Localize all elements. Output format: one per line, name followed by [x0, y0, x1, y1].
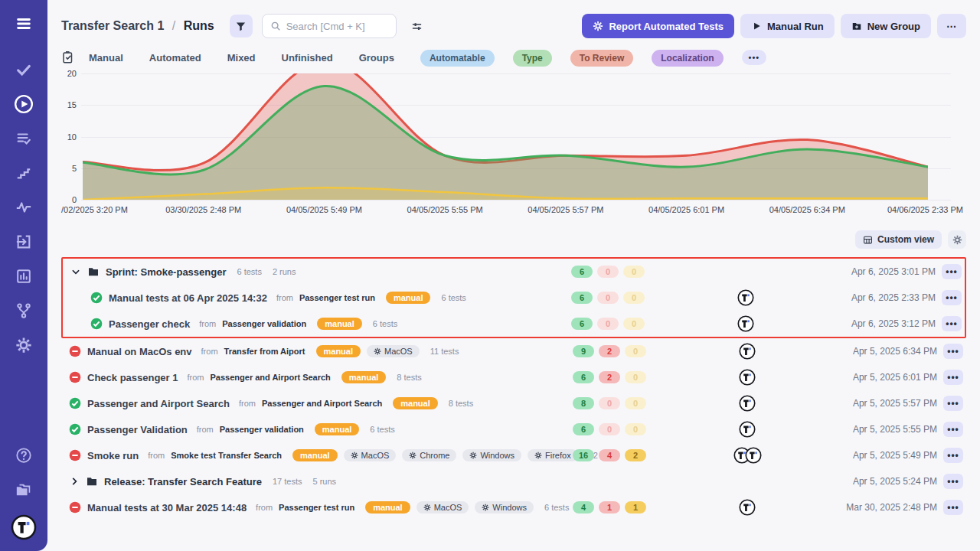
run-source: Transfer from Aiport	[224, 347, 305, 356]
y-axis-tick: 5	[61, 164, 77, 173]
table-row[interactable]: Passenger ValidationfromPassenger valida…	[61, 416, 966, 442]
test-cases-icon[interactable]	[14, 60, 34, 80]
workspace-logo[interactable]	[11, 514, 37, 540]
row-more-button[interactable]: •••	[943, 474, 963, 489]
assignee-avatars	[649, 369, 845, 386]
manual-run-button[interactable]: Manual Run	[740, 14, 835, 38]
tab-groups[interactable]: Groups	[359, 52, 394, 64]
search-box[interactable]	[262, 14, 397, 38]
row-more-button[interactable]: •••	[942, 264, 962, 279]
row-more-button[interactable]: •••	[942, 316, 962, 331]
badge-failed: 0	[599, 423, 620, 435]
badge-skipped: 0	[625, 423, 646, 435]
assignee-avatars	[648, 289, 844, 306]
user-avatar	[737, 289, 754, 306]
row-more-button[interactable]: •••	[942, 290, 962, 305]
milestones-icon[interactable]	[14, 163, 34, 183]
area-chart-canvas	[83, 73, 928, 200]
tab-unfinished[interactable]: Unfinished	[282, 52, 333, 64]
table-row[interactable]: Manual tests at 30 Mar 2025 14:48fromPas…	[61, 494, 966, 520]
table-row[interactable]: Check passenger 1fromPassenger and Airpo…	[61, 364, 966, 390]
report-automated-tests-button[interactable]: Report Automated Tests	[582, 14, 734, 38]
user-avatar	[739, 421, 756, 438]
page-title: Runs	[184, 19, 214, 32]
table-row[interactable]: Sprint: Smoke-passenger6 tests2 runs600A…	[63, 259, 965, 285]
tab-manual[interactable]: Manual	[89, 52, 123, 64]
result-badges: 600	[571, 318, 648, 330]
table-row[interactable]: Release: Transfer Search Feature17 tests…	[61, 468, 966, 494]
badge-skipped: 0	[623, 318, 645, 330]
env-label: Firefox	[545, 451, 571, 460]
new-group-button[interactable]: New Group	[841, 14, 931, 38]
row-main: Release: Transfer Search Feature17 tests…	[61, 475, 573, 487]
row-more-button[interactable]: •••	[943, 448, 963, 463]
badge-skipped: 1	[625, 501, 646, 514]
tab-mixed[interactable]: Mixed	[227, 52, 256, 64]
badge-failed: 0	[597, 318, 619, 330]
status-failed-icon	[69, 501, 81, 514]
row-more-button[interactable]: •••	[943, 422, 963, 437]
clipboard-check-icon[interactable]	[61, 51, 75, 64]
table-row[interactable]: Passenger checkfromPassenger validationm…	[63, 311, 965, 337]
y-axis-tick: 15	[61, 100, 77, 109]
run-date: Mar 30, 2025 2:48 PM	[845, 502, 937, 513]
projects-icon[interactable]	[14, 480, 34, 500]
run-date: Apr 5, 2025 6:01 PM	[845, 372, 937, 383]
custom-view-button[interactable]: Custom view	[855, 230, 942, 249]
badge-skipped: 0	[625, 345, 646, 357]
filter-tag-localization[interactable]: Localization	[652, 50, 723, 67]
x-axis-tick: 04/06/2025 2:33 PM	[887, 205, 963, 214]
row-more-button[interactable]: •••	[943, 344, 963, 359]
badge-passed: 8	[573, 397, 594, 409]
env-label: MacOS	[361, 451, 390, 460]
filter-tag-automatable[interactable]: Automatable	[420, 50, 495, 67]
env-tag-firefox: Firefox	[528, 449, 578, 461]
row-more-button[interactable]: •••	[943, 396, 963, 411]
table-row[interactable]: Manual tests at 06 Apr 2025 14:32fromPas…	[63, 285, 965, 311]
badge-passed: 6	[571, 292, 593, 304]
table-row[interactable]: Manual on MacOs envfromTransfer from Aip…	[61, 338, 966, 364]
row-main: Manual on MacOs envfromTransfer from Aip…	[61, 345, 573, 357]
header-more-button[interactable]: ⋯	[937, 14, 966, 38]
result-badges: 411	[573, 501, 649, 514]
analytics-icon[interactable]	[14, 266, 34, 286]
settings-icon[interactable]	[14, 335, 34, 355]
run-from-label: from	[256, 503, 273, 512]
filter-tag-to-review[interactable]: To Review	[570, 50, 633, 67]
integrations-icon[interactable]	[14, 301, 34, 321]
result-badges: 600	[573, 423, 649, 435]
columns-settings-button[interactable]	[948, 230, 966, 249]
env-tag-windows: Windows	[475, 501, 534, 514]
gear-icon	[952, 235, 962, 245]
menu-icon[interactable]	[14, 14, 34, 34]
runs-icon[interactable]	[14, 94, 34, 114]
run-from-label: from	[197, 425, 214, 434]
gear-icon	[409, 452, 416, 459]
row-more-button[interactable]: •••	[943, 370, 963, 385]
help-icon[interactable]	[14, 445, 34, 465]
y-axis-tick: 0	[61, 195, 77, 204]
run-title: Passenger Validation	[87, 424, 188, 435]
activity-icon[interactable]	[14, 197, 34, 217]
breadcrumb-separator: /	[168, 19, 180, 32]
run-title: Passenger and Airport Search	[87, 398, 230, 409]
filter-button[interactable]	[230, 15, 253, 37]
run-source: Passenger validation	[220, 425, 304, 434]
table-row[interactable]: Smoke runfromSmoke test Transfer Searchm…	[61, 442, 966, 468]
test-plans-icon[interactable]	[14, 129, 34, 148]
y-axis-tick: 20	[61, 69, 77, 78]
result-badges: 1642	[573, 449, 649, 461]
tab-automated[interactable]: Automated	[149, 52, 201, 64]
project-title: Transfer Search 1	[61, 19, 164, 32]
run-title: Manual tests at 06 Apr 2025 14:32	[109, 292, 267, 304]
search-input[interactable]	[286, 21, 388, 32]
row-main: Smoke runfromSmoke test Transfer Searchm…	[61, 449, 573, 461]
x-axis-tick: /02/2025 3:20 PM	[61, 205, 128, 214]
filter-tag-type[interactable]: Type	[513, 50, 552, 67]
view-settings-button[interactable]	[406, 15, 429, 37]
tags-more-button[interactable]: •••	[742, 50, 767, 65]
imports-icon[interactable]	[14, 232, 34, 252]
group-tests-count: 6 tests	[237, 267, 262, 276]
table-row[interactable]: Passenger and Airport SearchfromPassenge…	[61, 390, 966, 416]
row-more-button[interactable]: •••	[943, 500, 963, 515]
